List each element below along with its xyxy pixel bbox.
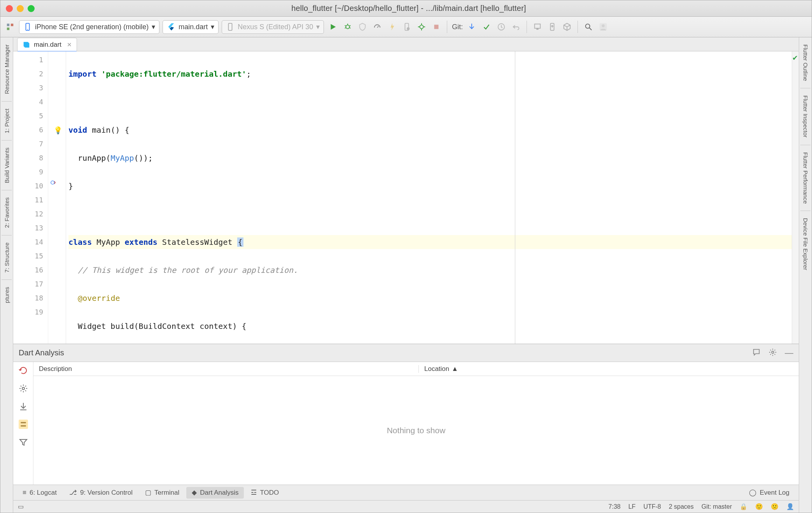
terminal-icon: ▢ — [145, 488, 151, 497]
logcat-icon: ≡ — [23, 489, 26, 497]
svg-line-8 — [345, 25, 346, 26]
tab-close-button[interactable]: ✕ — [67, 41, 72, 48]
settings-icon[interactable] — [768, 348, 777, 358]
column-location[interactable]: Location▲ — [418, 365, 799, 373]
svg-line-9 — [350, 25, 351, 26]
dart-analysis-panel: Dart Analysis — — [13, 344, 799, 485]
code-editor[interactable]: 12345678910111213141516171819 💡 import '… — [13, 51, 799, 344]
file-encoding[interactable]: UTF-8 — [643, 503, 661, 510]
package-button[interactable] — [561, 21, 573, 33]
indent-setting[interactable]: 2 spaces — [669, 503, 694, 510]
user-avatar[interactable] — [597, 21, 609, 33]
favorites-tab[interactable]: 2: Favorites — [4, 193, 10, 232]
dart-file-icon — [22, 40, 31, 49]
git-label: Git: — [452, 23, 463, 31]
todo-tab[interactable]: ☲TODO — [245, 487, 284, 499]
caret-position[interactable]: 7:38 — [609, 503, 621, 510]
svg-point-27 — [22, 387, 24, 390]
svg-point-24 — [602, 25, 605, 27]
svg-point-4 — [27, 29, 28, 30]
project-tab[interactable]: 1: Project — [4, 105, 10, 137]
profile-button[interactable] — [371, 21, 383, 33]
git-update-button[interactable] — [466, 21, 478, 33]
lightbulb-icon[interactable]: 💡 — [54, 126, 62, 135]
svg-rect-18 — [535, 24, 541, 28]
svg-rect-5 — [229, 23, 232, 30]
device-file-explorer-tab[interactable]: Device File Explorer — [802, 214, 809, 274]
filter-icon[interactable] — [19, 437, 28, 447]
sdk-button[interactable] — [546, 21, 558, 33]
attach-debugger-button[interactable] — [401, 21, 413, 33]
flutter-performance-tab[interactable]: Flutter Performance — [802, 148, 809, 208]
dart-icon: ◆ — [192, 488, 197, 497]
device-selector[interactable]: iPhone SE (2nd generation) (mobile) ▾ — [19, 20, 159, 34]
svg-rect-28 — [21, 422, 26, 423]
flutter-inspector-tab[interactable]: Flutter Inspector — [802, 91, 809, 141]
analysis-ok-icon: ✔ — [792, 54, 798, 62]
minimize-window-button[interactable] — [17, 5, 24, 12]
maximize-window-button[interactable] — [28, 5, 35, 12]
hot-reload-button[interactable] — [386, 21, 398, 33]
dart-analysis-tab[interactable]: ◆Dart Analysis — [186, 487, 244, 499]
svg-rect-2 — [7, 28, 9, 30]
avd-button[interactable] — [532, 21, 543, 33]
frown-icon[interactable]: 🙁 — [771, 503, 779, 510]
chevron-down-icon: ▾ — [211, 23, 214, 31]
svg-rect-1 — [11, 24, 13, 26]
lock-icon[interactable]: 🔒 — [740, 503, 747, 510]
line-separator[interactable]: LF — [628, 503, 636, 510]
panel-title: Dart Analysis — [19, 348, 64, 357]
status-square-icon[interactable]: ▭ — [18, 503, 24, 510]
svg-point-26 — [772, 351, 774, 353]
smile-icon[interactable]: 🙂 — [755, 503, 763, 510]
git-history-button[interactable] — [495, 21, 507, 33]
editor-splitter[interactable] — [515, 51, 515, 344]
flutter-attach-button[interactable] — [416, 21, 427, 33]
git-commit-button[interactable] — [481, 21, 492, 33]
gear-icon[interactable] — [19, 384, 28, 393]
panel-sidebar — [13, 362, 33, 485]
event-log-tab[interactable]: ◯Event Log — [744, 487, 795, 499]
emulator-selector[interactable]: Nexus S (Edited) API 30 ▾ — [222, 20, 324, 34]
refresh-icon[interactable] — [19, 366, 28, 375]
error-stripe[interactable]: ✔ — [792, 51, 799, 344]
structure-tab[interactable]: 7: Structure — [4, 239, 10, 277]
flutter-outline-tab[interactable]: Flutter Outline — [802, 40, 809, 85]
svg-rect-16 — [434, 25, 439, 29]
run-config-selector[interactable]: main.dart ▾ — [163, 20, 219, 34]
close-window-button[interactable] — [6, 5, 13, 12]
svg-point-14 — [407, 27, 410, 30]
search-button[interactable] — [583, 21, 594, 33]
svg-line-12 — [377, 26, 379, 28]
svg-point-21 — [586, 24, 590, 28]
run-button[interactable] — [327, 21, 339, 33]
override-icon — [51, 180, 56, 185]
debug-button[interactable] — [342, 21, 354, 33]
build-variants-tab[interactable]: Build Variants — [4, 144, 10, 187]
svg-rect-0 — [7, 24, 9, 26]
column-description[interactable]: Description — [33, 365, 418, 373]
logcat-tab[interactable]: ≡6: Logcat — [17, 487, 62, 499]
captures-tab[interactable]: ptures — [4, 283, 10, 307]
tab-main-dart[interactable]: main.dart ✕ — [17, 38, 77, 51]
svg-rect-29 — [21, 425, 26, 427]
coverage-button[interactable] — [357, 21, 368, 33]
minimize-panel-button[interactable]: — — [785, 348, 793, 358]
git-revert-button[interactable] — [510, 21, 522, 33]
group-icon[interactable] — [19, 420, 28, 429]
vcs-tab[interactable]: ⎇9: Version Control — [64, 487, 138, 499]
svg-line-10 — [345, 28, 346, 28]
terminal-tab[interactable]: ▢Terminal — [140, 487, 185, 499]
man-icon[interactable]: 👤 — [786, 503, 794, 510]
device-selector-label: iPhone SE (2nd generation) (mobile) — [35, 23, 149, 31]
left-tool-strip: Resource Manager 1: Project Build Varian… — [0, 37, 13, 513]
exit-distraction-icon[interactable] — [4, 21, 16, 33]
resource-manager-tab[interactable]: Resource Manager — [4, 40, 10, 98]
svg-rect-19 — [537, 28, 539, 30]
phone-outline-icon — [226, 23, 234, 31]
git-branch[interactable]: Git: master — [702, 503, 732, 510]
code-content[interactable]: import 'package:flutter/material.dart'; … — [66, 51, 799, 344]
stop-button[interactable] — [430, 21, 442, 33]
comment-icon[interactable] — [752, 348, 761, 358]
autoscroll-icon[interactable] — [19, 402, 28, 411]
